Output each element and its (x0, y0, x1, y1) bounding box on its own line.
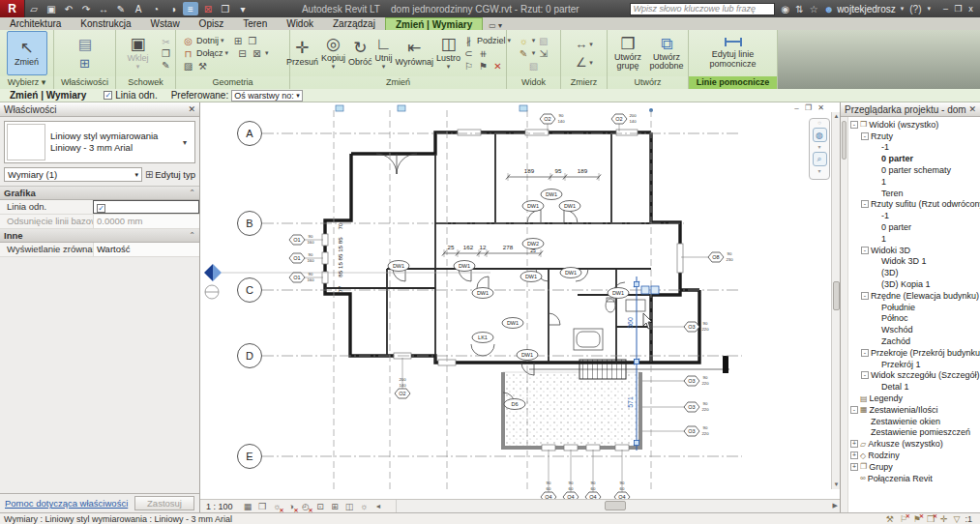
close-icon[interactable]: ✕ (188, 104, 195, 114)
unjoin-icon[interactable]: ⊠ (251, 48, 263, 59)
tree-item-północ[interactable]: Północ (848, 313, 980, 325)
crop-view-icon[interactable]: ⊡ (314, 501, 327, 512)
drawing-area[interactable]: ABCDE1899518925162122787085 15 85 15 857… (200, 102, 840, 512)
door-tag-dw1[interactable]: DW1 (559, 201, 580, 212)
cut-icon[interactable]: ✂ (160, 37, 172, 47)
tree-item-legendy[interactable]: ▤Legendy (848, 393, 980, 404)
tree-item-przekrój-1[interactable]: Przekrój 1 (848, 359, 980, 370)
rotate-button[interactable]: ↻ Obróć (347, 31, 373, 75)
element-filter-combo[interactable]: Wymiary (1)▾ (4, 167, 142, 182)
zoom-icon[interactable]: ⌕ (813, 152, 827, 166)
dimension-line[interactable] (442, 249, 543, 257)
paste-button[interactable]: ▣ Wklej▾ (119, 31, 157, 75)
window-tag-o2[interactable]: O290140 (540, 113, 565, 131)
scale-button[interactable]: 1 : 100 (206, 502, 233, 511)
window-tag-o2[interactable]: O2200140 (395, 358, 410, 398)
properties-palette-icon[interactable]: ▤ (78, 36, 91, 53)
panel-label-measure[interactable]: Zmierz (561, 76, 607, 89)
tab-konstrukcja[interactable]: Konstrukcja (71, 17, 140, 30)
horizontal-scrollbar[interactable]: ▶ (396, 500, 840, 512)
equality-value[interactable]: Wartość (93, 243, 199, 256)
collapse-icon[interactable]: - (861, 132, 869, 140)
vertical-scroll-thumb[interactable] (833, 281, 840, 310)
tree-item-rzędne-elewacja-budynku-[interactable]: -Rzędne (Elewacja budynku) (848, 290, 980, 302)
tree-item-zestawienia-ilości[interactable]: -▦Zestawienia/Ilości (848, 404, 980, 416)
window-tag-o2[interactable]: O2200140 (611, 113, 637, 131)
editable-only-icon[interactable]: ⚑✕ (913, 514, 921, 524)
restore-button[interactable]: ❐ (952, 4, 965, 14)
window-tag-o1[interactable]: O190160 (289, 252, 323, 263)
open-icon[interactable]: ▱ (26, 2, 42, 15)
align-button[interactable]: ⇤ Wyrównaj (395, 31, 434, 75)
section-other[interactable]: Inne⌃ (0, 229, 199, 243)
visual-style-icon[interactable]: ❒ (256, 501, 269, 512)
door-tag-dw2[interactable]: DW225 (522, 239, 544, 254)
panel-label-view[interactable]: Widok (507, 76, 560, 89)
thin-lines-icon[interactable]: ≡ (183, 2, 198, 15)
window-tag-o4[interactable]: O49060 (585, 450, 601, 499)
tree-item-zestawienie-pomieszczeń[interactable]: Zestawienie pomieszczeń (848, 427, 980, 439)
door-tag-d6[interactable]: D6 (504, 399, 525, 410)
dimension-text[interactable]: 278 (503, 244, 514, 250)
expand-icon[interactable]: + (850, 451, 858, 459)
dimension-text[interactable]: 25 (448, 244, 455, 250)
section-icon[interactable]: ◑ (165, 2, 181, 15)
tree-item-arkusze-wszystko-[interactable]: +▱Arkusze (wszystko) (848, 438, 980, 450)
browser-scrollbar[interactable] (841, 117, 848, 512)
properties-header[interactable]: Właściwości ✕ (0, 102, 199, 117)
panel-label-properties[interactable]: Właściwości (54, 76, 115, 89)
tree-item-widoki-wszystko-[interactable]: -❒Widoki (wszystko) (848, 119, 980, 131)
window-tag-o3[interactable]: O390220 (642, 375, 709, 386)
displace-icon[interactable]: ⇲ (537, 48, 549, 59)
wall-joins-icon[interactable]: ❒ (247, 36, 259, 46)
angle-dimension-icon[interactable]: ∠ (575, 55, 587, 70)
tree-item--3d-[interactable]: (3D) (848, 267, 980, 278)
tab-opisz[interactable]: Opisz (190, 17, 234, 30)
panel-label-geometry[interactable]: Geometria (176, 76, 289, 89)
tree-item--3d-kopia-1[interactable]: (3D) Kopia 1 (848, 278, 980, 290)
design-options-icon[interactable]: ⚐✕ (900, 514, 907, 524)
tree-item-zachód[interactable]: Zachód (848, 335, 980, 347)
door-tag-dw1[interactable]: DW1 (454, 261, 475, 272)
expand-icon[interactable]: + (850, 463, 858, 471)
hide-icon[interactable]: ▧ (537, 36, 549, 46)
create-similar-button[interactable]: ⧉ Utwórz podobne (648, 31, 685, 75)
detail-line-icon[interactable]: ✎ (113, 2, 129, 15)
tree-item-wschód[interactable]: Wschód (848, 324, 980, 335)
mirror-button[interactable]: ◫ Lustro▾ (435, 31, 461, 75)
door-tag-lk1[interactable]: LK1 (472, 333, 493, 343)
dimension-text[interactable]: 162 (463, 244, 474, 250)
door-tag-dw1[interactable]: DW1 (560, 268, 581, 278)
tree-item-rodziny[interactable]: +◇Rodziny (848, 450, 980, 461)
create-group-button[interactable]: ❒ Utwórz grupę (610, 31, 645, 75)
exclude-options-icon[interactable]: ❒✕ (927, 514, 935, 524)
window-tag-o4[interactable]: O49060 (614, 450, 630, 499)
collapse-icon[interactable]: - (850, 406, 858, 414)
signed-in-user[interactable]: wojtekjedrosz (837, 4, 896, 15)
worksets-icon[interactable]: ⚒ (886, 514, 894, 524)
window-tag-o8[interactable]: O890230 (681, 251, 733, 262)
door-tag-dw1[interactable]: DW1 (520, 272, 542, 282)
join-geometry-button[interactable]: Dołącz (196, 48, 223, 58)
pin-icon[interactable]: ⚐ (462, 61, 475, 72)
search-icon[interactable]: ◉ (782, 4, 790, 15)
type-selector[interactable]: Liniowy styl wymiarowania Liniowy - 3 mm… (4, 121, 195, 163)
tree-item-zestawienie-okien[interactable]: Zestawienie okien (848, 416, 980, 427)
window-tag-o4[interactable]: O49060 (541, 450, 556, 499)
tree-item-teren[interactable]: Teren (848, 188, 980, 199)
door-tag-dw1[interactable]: DW1 (502, 318, 523, 329)
undo-icon[interactable]: ↶ (61, 2, 76, 15)
help-search-input[interactable]: Wpisz słowo kluczowe lub frazę (630, 3, 775, 15)
dimension-text[interactable]: 77 (337, 285, 343, 292)
tree-item-1[interactable]: 1 (848, 176, 980, 188)
tree-item-1[interactable]: 1 (848, 233, 980, 245)
demolish-icon[interactable]: ⚒ (196, 61, 209, 72)
leader-checkbox[interactable]: ✓ (104, 91, 112, 100)
dimension-text[interactable]: 12 (480, 244, 487, 250)
tree-item-południe[interactable]: Południe (848, 302, 980, 313)
trim-button[interactable]: ∟ Utnij▾ (374, 31, 394, 75)
tab-teren[interactable]: Teren (233, 17, 277, 30)
linework-icon[interactable]: ✎ (518, 48, 530, 59)
collapse-icon[interactable]: - (861, 292, 869, 300)
panel-label-guides[interactable]: Linie pomocnicze (689, 76, 777, 89)
